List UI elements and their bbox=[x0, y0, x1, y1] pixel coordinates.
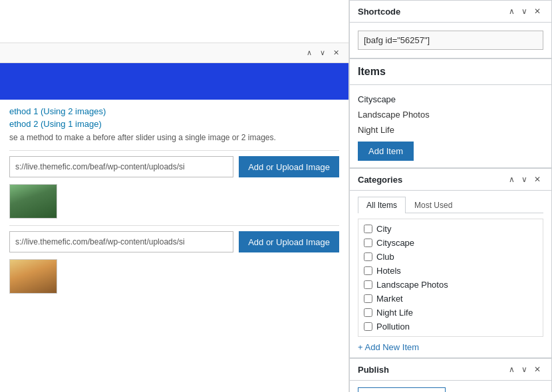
checkbox-landscape[interactable] bbox=[364, 280, 372, 289]
shortcode-actions: ∧ ∨ ✕ bbox=[506, 6, 543, 17]
cityscape-name: Cityscape bbox=[358, 94, 396, 104]
categories-tabs: All Items Most Used bbox=[358, 196, 543, 213]
category-cityscape[interactable]: Cityscape bbox=[358, 236, 543, 250]
categories-list: City Cityscape Club Hotels bbox=[358, 219, 543, 336]
left-panel: ∧ ∨ ✕ ethod 1 (Using 2 images) ethod 2 (… bbox=[0, 0, 349, 392]
image-row-1: Add or Upload Image bbox=[9, 156, 339, 177]
method2-text: ethod 2 (Using 1 image) bbox=[9, 119, 339, 129]
left-content: ethod 1 (Using 2 images) ethod 2 (Using … bbox=[0, 100, 348, 392]
publish-down-btn[interactable]: ∨ bbox=[519, 364, 530, 375]
publish-body: Preview Changes bbox=[350, 381, 551, 392]
landscape-name: Landscape Photos bbox=[358, 110, 430, 120]
method1-link[interactable]: ethod 1 (Using 2 images) bbox=[9, 106, 106, 116]
shortcode-input[interactable] bbox=[358, 31, 543, 50]
upload-btn-1[interactable]: Add or Upload Image bbox=[239, 156, 339, 177]
categories-down-btn[interactable]: ∨ bbox=[519, 174, 530, 185]
thumb-row-1 bbox=[9, 184, 339, 219]
description-text: se a method to make a before after slide… bbox=[9, 133, 339, 142]
category-club[interactable]: Club bbox=[358, 250, 543, 264]
url-input-1[interactable] bbox=[9, 156, 233, 177]
left-section-header: ∧ ∨ ✕ bbox=[0, 43, 348, 63]
checkbox-hotels[interactable] bbox=[364, 266, 372, 275]
categories-up-btn[interactable]: ∧ bbox=[506, 174, 517, 185]
thumbnail-1 bbox=[9, 184, 57, 219]
items-body: Cityscape Landscape Photos Night Life Ad… bbox=[350, 85, 551, 167]
thumbnail-2 bbox=[9, 259, 57, 294]
shortcode-up-btn[interactable]: ∧ bbox=[506, 6, 517, 17]
left-top-bar bbox=[0, 0, 348, 43]
category-hotels-label: Hotels bbox=[376, 266, 401, 276]
thumb-row-2 bbox=[9, 259, 339, 294]
method2-link[interactable]: ethod 2 (Using 1 image) bbox=[9, 119, 102, 129]
category-cityscape-label: Cityscape bbox=[376, 238, 414, 248]
add-new-item-link[interactable]: + Add New Item bbox=[358, 342, 419, 352]
nightlife-name: Night Life bbox=[358, 125, 394, 135]
checkbox-market[interactable] bbox=[364, 294, 372, 303]
category-city[interactable]: City bbox=[358, 222, 543, 236]
categories-close-btn[interactable]: ✕ bbox=[531, 174, 543, 185]
categories-actions: ∧ ∨ ✕ bbox=[506, 174, 543, 185]
items-header: Items bbox=[350, 59, 551, 85]
nightlife-row: Night Life bbox=[358, 122, 543, 138]
shortcode-down-btn[interactable]: ∨ bbox=[519, 6, 530, 17]
category-market-label: Market bbox=[376, 294, 403, 304]
category-city-label: City bbox=[376, 224, 391, 234]
collapse-up-btn[interactable]: ∧ bbox=[304, 47, 315, 58]
tab-all-items[interactable]: All Items bbox=[358, 197, 406, 213]
category-nightlife-label: Night Life bbox=[376, 308, 413, 318]
categories-body: All Items Most Used City Cityscape Club bbox=[350, 191, 551, 357]
publish-title: Publish bbox=[358, 365, 389, 375]
shortcode-header: Shortcode ∧ ∨ ✕ bbox=[350, 1, 551, 23]
category-hotels[interactable]: Hotels bbox=[358, 264, 543, 278]
items-title: Items bbox=[358, 66, 386, 78]
categories-title: Categories bbox=[358, 175, 402, 185]
categories-list-wrapper: City Cityscape Club Hotels bbox=[358, 219, 543, 337]
shortcode-body bbox=[350, 23, 551, 58]
tab-most-used[interactable]: Most Used bbox=[406, 197, 461, 213]
right-panel: Shortcode ∧ ∨ ✕ Items Cityscape Landscap… bbox=[349, 0, 552, 392]
checkbox-club[interactable] bbox=[364, 252, 372, 261]
separator1 bbox=[9, 150, 339, 151]
blue-bar bbox=[0, 63, 348, 100]
categories-widget: Categories ∧ ∨ ✕ All Items Most Used Cit… bbox=[349, 168, 552, 358]
checkbox-pollution[interactable] bbox=[364, 322, 372, 331]
publish-up-btn[interactable]: ∧ bbox=[506, 364, 517, 375]
method1-text: ethod 1 (Using 2 images) bbox=[9, 106, 339, 116]
checkbox-city[interactable] bbox=[364, 225, 372, 233]
shortcode-close-btn[interactable]: ✕ bbox=[531, 6, 543, 17]
add-item-button[interactable]: Add Item bbox=[358, 142, 414, 161]
separator2 bbox=[9, 225, 339, 226]
publish-widget: Publish ∧ ∨ ✕ Preview Changes bbox=[349, 358, 552, 392]
shortcode-widget: Shortcode ∧ ∨ ✕ bbox=[349, 0, 552, 58]
upload-btn-2[interactable]: Add or Upload Image bbox=[239, 231, 339, 252]
category-landscape[interactable]: Landscape Photos bbox=[358, 278, 543, 292]
categories-header: Categories ∧ ∨ ✕ bbox=[350, 169, 551, 191]
cityscape-row: Cityscape bbox=[358, 92, 543, 107]
image-row-2: Add or Upload Image bbox=[9, 231, 339, 252]
publish-close-btn[interactable]: ✕ bbox=[531, 364, 543, 375]
preview-changes-button[interactable]: Preview Changes bbox=[358, 387, 446, 392]
landscape-row: Landscape Photos bbox=[358, 107, 543, 122]
category-pollution[interactable]: Pollution bbox=[358, 320, 543, 334]
checkbox-cityscape[interactable] bbox=[364, 239, 372, 247]
shortcode-title: Shortcode bbox=[358, 7, 400, 17]
publish-header: Publish ∧ ∨ ✕ bbox=[350, 359, 551, 381]
category-nightlife[interactable]: Night Life bbox=[358, 306, 543, 320]
category-pollution-label: Pollution bbox=[376, 322, 410, 332]
collapse-down-btn[interactable]: ∨ bbox=[317, 47, 328, 58]
close-section-btn[interactable]: ✕ bbox=[331, 47, 342, 58]
publish-actions: ∧ ∨ ✕ bbox=[506, 364, 543, 375]
category-club-label: Club bbox=[376, 252, 394, 262]
category-landscape-label: Landscape Photos bbox=[376, 280, 448, 290]
items-widget: Items Cityscape Landscape Photos Night L… bbox=[349, 58, 552, 168]
category-market[interactable]: Market bbox=[358, 292, 543, 306]
checkbox-nightlife[interactable] bbox=[364, 308, 372, 317]
url-input-2[interactable] bbox=[9, 231, 233, 252]
